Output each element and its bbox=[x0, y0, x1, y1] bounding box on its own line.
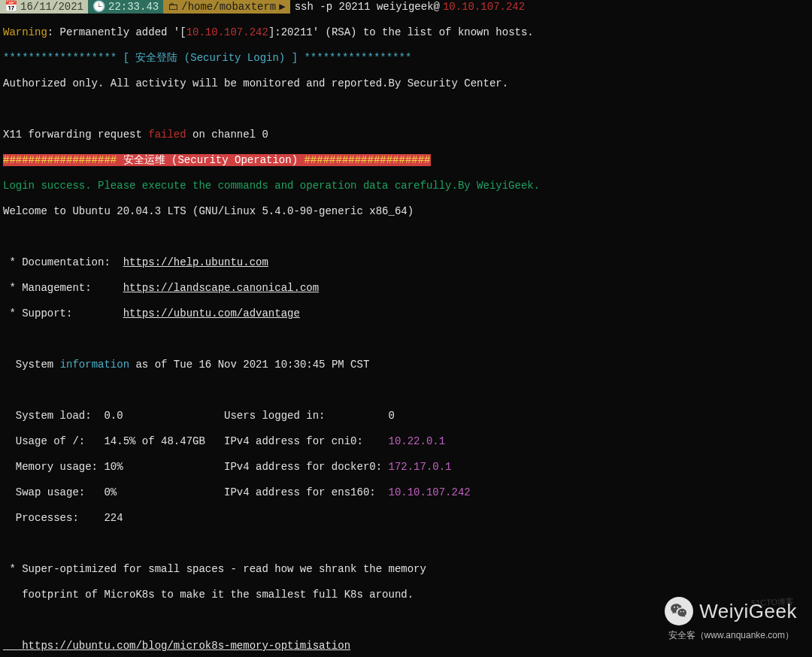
clock-icon: 🕒 bbox=[92, 1, 105, 14]
welcome-line: Welcome to Ubuntu 20.04.3 LTS (GNU/Linux… bbox=[3, 205, 809, 218]
secop-h2: #################### bbox=[304, 154, 430, 166]
ip-docker0: 172.17.0.1 bbox=[388, 461, 451, 473]
mk8s-l1: * Super-optimized for small spaces - rea… bbox=[3, 563, 809, 576]
x11-failed: failed bbox=[148, 129, 186, 141]
warning-text2: ]:20211' (RSA) to the list of known host… bbox=[268, 26, 534, 38]
watermark-brand: WeiyiGeek bbox=[665, 597, 797, 625]
sysinfo-pre: System bbox=[3, 359, 60, 371]
ssh-ip: 10.10.107.242 bbox=[443, 1, 525, 14]
sys-proc: Processes: 224 bbox=[3, 512, 809, 525]
wechat-icon bbox=[665, 597, 693, 625]
terminal-output[interactable]: Warning: Permanently added '[10.10.107.2… bbox=[0, 14, 812, 657]
secop-label: 安全运维 (Security Operation) bbox=[117, 154, 304, 166]
status-command[interactable]: ssh -p 20211 weiyigeek@10.10.107.242 bbox=[290, 0, 812, 14]
status-path: 🗀 /home/mobaxterm ▶ bbox=[163, 0, 289, 14]
warning-ip: 10.10.107.242 bbox=[186, 26, 268, 38]
sys-usage: Usage of /: 14.5% of 48.47GB IPv4 addres… bbox=[3, 435, 388, 447]
sysinfo-word: information bbox=[60, 359, 129, 371]
mgmt-label: * Management: bbox=[3, 282, 123, 294]
sys-mem: Memory usage: 10% IPv4 address for docke… bbox=[3, 461, 388, 473]
status-path-value: /home/mobaxterm bbox=[181, 1, 276, 14]
status-time: 🕒 22:33.43 bbox=[88, 0, 163, 14]
chevron-right-icon: ▶ bbox=[279, 1, 285, 14]
sys-load: System load: 0.0 Users logged in: 0 bbox=[3, 410, 809, 422]
warning-text1: : Permanently added '[ bbox=[47, 26, 186, 38]
x11-post: on channel 0 bbox=[186, 129, 268, 141]
doc-link[interactable]: https://help.ubuntu.com bbox=[123, 256, 268, 268]
x11-pre: X11 forwarding request bbox=[3, 129, 148, 141]
sup-link[interactable]: https://ubuntu.com/advantage bbox=[123, 307, 300, 319]
login-success: Login success. Please execute the comman… bbox=[3, 180, 809, 192]
ssh-command: ssh -p 20211 weiyigeek@ bbox=[295, 1, 440, 14]
sysinfo-post: as of Tue 16 Nov 2021 10:30:45 PM CST bbox=[129, 359, 369, 371]
status-date: 📅 16/11/2021 bbox=[0, 0, 88, 14]
watermark-anquanke: 安全客（www.anquanke.com） bbox=[668, 629, 794, 642]
sys-swap: Swap usage: 0% IPv4 address for ens160: bbox=[3, 486, 388, 498]
secop-h1: ################## bbox=[3, 154, 117, 166]
auth-line: Authorized only. All activity will be mo… bbox=[3, 77, 809, 90]
status-date-value: 16/11/2021 bbox=[20, 1, 83, 14]
banner-stars2: ***************** bbox=[304, 52, 411, 64]
status-time-value: 22:33.43 bbox=[108, 1, 159, 14]
ip-ens160: 10.10.107.242 bbox=[388, 486, 470, 498]
doc-label: * Documentation: bbox=[3, 256, 123, 268]
sup-label: * Support: bbox=[3, 307, 123, 319]
ip-cni0: 10.22.0.1 bbox=[388, 435, 445, 447]
calendar-icon: 📅 bbox=[5, 1, 17, 14]
status-bar: 📅 16/11/2021 🕒 22:33.43 🗀 /home/mobaxter… bbox=[0, 0, 812, 14]
banner-stars1: ****************** bbox=[3, 52, 117, 64]
folder-icon: 🗀 bbox=[168, 1, 178, 14]
warning-label: Warning bbox=[3, 26, 47, 38]
banner-label: [ 安全登陆 (Security Login) ] bbox=[117, 52, 304, 64]
watermark-text: WeiyiGeek bbox=[699, 605, 797, 618]
mgmt-link[interactable]: https://landscape.canonical.com bbox=[123, 282, 319, 294]
